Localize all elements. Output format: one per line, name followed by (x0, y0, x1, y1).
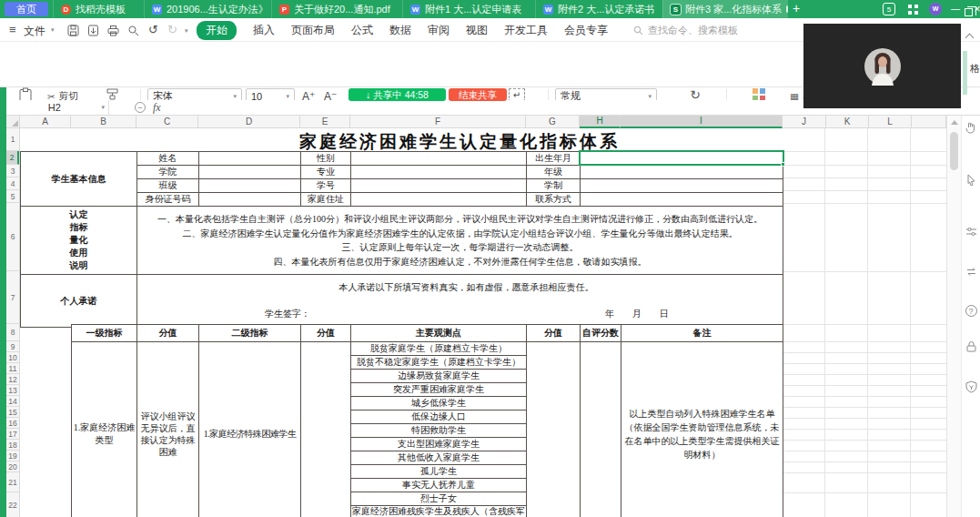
hamburger-icon[interactable]: ≡ (9, 23, 16, 36)
laser-hand-icon[interactable] (965, 121, 977, 137)
row-header[interactable]: 11 (6, 363, 19, 374)
column-header-l[interactable]: L (869, 116, 912, 128)
sheet-title[interactable]: 家庭经济困难学生认定量化指标体系 (136, 130, 783, 151)
row-header[interactable]: 4 (6, 177, 19, 190)
select-all-corner[interactable] (6, 116, 20, 128)
commitment-label[interactable]: 个人承诺 (21, 275, 137, 328)
row-header[interactable]: 21 (6, 472, 19, 492)
remark-cell[interactable]: 以上类型自动列入特殊困难学生名单（依据全国学生资助管理信息系统，未在名单中的以上… (621, 342, 783, 517)
field-value-cell[interactable] (199, 166, 301, 179)
print-icon[interactable] (107, 24, 119, 40)
header-score1[interactable]: 分值 (137, 325, 199, 342)
header-remark[interactable]: 备注 (621, 325, 783, 342)
row-header[interactable]: 19 (6, 451, 19, 461)
observation-cell[interactable]: 其他低收入家庭学生 (351, 451, 527, 465)
observation-cell[interactable]: 事实无人抚养儿童 (351, 479, 527, 492)
tab-attachment1[interactable]: W 附件1 大...认定申请表 (402, 0, 531, 18)
field-value-cell[interactable] (351, 193, 527, 207)
header-score3[interactable]: 分值 (527, 325, 581, 342)
field-label-schoolsystem[interactable]: 学制 (527, 179, 581, 193)
row-header[interactable]: 3 (6, 165, 19, 177)
observation-cell[interactable]: 家庭经济困难残疾学生及残疾人（含残疾军人）子女 (351, 506, 527, 517)
account-avatar[interactable]: W (929, 3, 942, 15)
shield-funds-icon[interactable] (965, 380, 977, 397)
row-header[interactable]: 8 (6, 324, 19, 341)
menu-view[interactable]: 视图 (466, 23, 488, 38)
row-header[interactable]: 12 (6, 374, 19, 385)
observation-cell[interactable]: 突发严重困难家庭学生 (351, 383, 527, 397)
field-value-cell[interactable] (581, 179, 783, 193)
observation-cell[interactable]: 特困救助学生 (351, 424, 527, 438)
field-value-cell[interactable] (199, 152, 301, 166)
tab-doc-rending-banfa[interactable]: W 201906...生认定办法》 (144, 0, 269, 18)
observation-cell[interactable]: 边缘易致贫家庭学生 (351, 370, 527, 383)
level1-type-cell[interactable]: 1.家庭经济困难类型 (72, 342, 137, 517)
tab-docer-templates[interactable]: D 找稻壳模板 (53, 0, 142, 18)
menu-page-layout[interactable]: 页面布局 (291, 23, 335, 38)
column-header-e[interactable]: E (300, 116, 350, 128)
field-label-grade[interactable]: 年级 (527, 166, 581, 179)
row-header[interactable]: 6 (6, 203, 19, 271)
app-grid-icon[interactable] (908, 5, 918, 15)
tab-attachment2[interactable]: W 附件2 大...认定承诺书 (535, 0, 661, 18)
workspace-button[interactable]: 5 (883, 3, 895, 15)
file-menu[interactable]: 文件 (24, 24, 45, 39)
undo-button[interactable]: ↺ (148, 23, 158, 36)
level2-cell[interactable]: 1.家庭经济特殊困难学生 (199, 342, 301, 517)
column-header-g[interactable]: G (526, 116, 580, 128)
column-header-b[interactable]: B (71, 116, 136, 128)
scroll-up-icon[interactable] (951, 120, 958, 125)
row-header[interactable]: 17 (6, 429, 19, 440)
field-label-contact[interactable]: 联系方式 (527, 193, 581, 207)
settings-sliders-icon[interactable] (965, 225, 977, 241)
print-preview-icon[interactable] (127, 24, 139, 40)
tab-pdf-notice[interactable]: P 关于做好20...通知.pdf (271, 0, 399, 18)
empty-cell[interactable] (301, 342, 351, 517)
field-value-cell[interactable] (199, 179, 301, 193)
fx-icon[interactable]: fx (153, 101, 161, 115)
column-header-i-selected[interactable]: I (621, 116, 783, 128)
new-tab-button[interactable]: + (788, 0, 804, 18)
column-header-h-selected[interactable]: H (580, 116, 621, 128)
menu-member[interactable]: 会员专享 (564, 23, 608, 38)
field-label-address[interactable]: 家庭住址 (301, 193, 351, 207)
field-label-gender[interactable]: 性别 (301, 152, 351, 166)
command-search[interactable]: 查找命令、搜索模板 (633, 24, 738, 37)
field-value-cell[interactable] (581, 193, 783, 207)
basic-info-label[interactable]: 学生基本信息 (21, 152, 137, 207)
row-header-selected[interactable]: 2 (6, 151, 19, 165)
help-icon[interactable]: ? (965, 305, 977, 317)
save-icon[interactable] (67, 24, 79, 40)
switch-window-icon[interactable] (965, 265, 977, 281)
row-header[interactable]: 13 (6, 385, 19, 396)
quickbar-caret-icon[interactable]: ▾ (185, 27, 188, 35)
format-bucket-icon[interactable] (965, 340, 977, 357)
row-header[interactable]: 1 (6, 128, 19, 151)
header-observations[interactable]: 主要观测点 (351, 325, 527, 342)
row-header[interactable]: 15 (6, 407, 19, 418)
row-header[interactable]: 18 (6, 440, 19, 451)
row-header[interactable]: 10 (6, 352, 19, 363)
minimize-button[interactable]: — (948, 3, 963, 15)
menu-dev-tools[interactable]: 开发工具 (504, 23, 548, 38)
header-level1[interactable]: 一级指标 (72, 325, 137, 342)
row-header[interactable]: 22 (6, 492, 19, 517)
row-header[interactable]: 14 (6, 396, 19, 407)
score-note-cell[interactable]: 评议小组评议无异议后，直接认定为特殊困难 (137, 342, 199, 517)
observation-cell[interactable]: 低保边缘人口 (351, 411, 527, 424)
field-value-cell[interactable] (351, 179, 527, 193)
header-score2[interactable]: 分值 (301, 325, 351, 342)
field-value-cell[interactable] (581, 166, 783, 179)
export-pdf-icon[interactable] (87, 24, 99, 40)
close-button[interactable]: × (970, 3, 980, 15)
vertical-scrollbar[interactable] (946, 116, 961, 517)
empty-cell[interactable] (527, 342, 581, 517)
cursor-select-icon[interactable] (965, 174, 977, 190)
stop-share-button[interactable]: 结束共享 (449, 88, 507, 101)
observation-cell[interactable]: 孤儿学生 (351, 465, 527, 479)
instructions-cell[interactable]: 一、本量化表包括学生自主测评（总分100分）和评议小组民主评议两部分，评议小组民… (137, 207, 783, 275)
column-header-m-partial[interactable] (912, 116, 946, 128)
field-value-cell[interactable] (351, 152, 527, 166)
instructions-label[interactable]: 认定 指标 量化 使用 说明 (21, 207, 137, 275)
field-label-birth[interactable]: 出生年月 (527, 152, 581, 166)
